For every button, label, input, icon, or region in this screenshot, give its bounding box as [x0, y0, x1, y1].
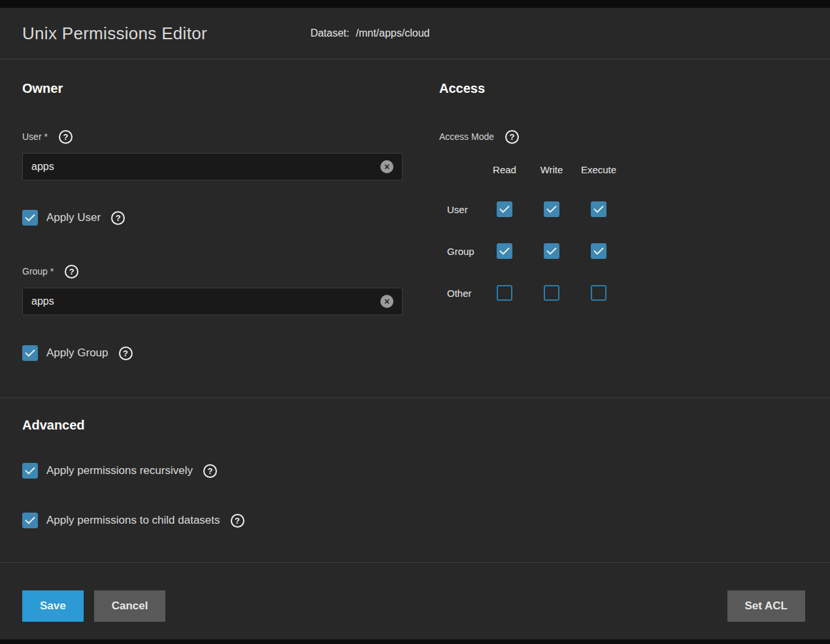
apply-user-help-icon[interactable]: ? — [111, 211, 125, 225]
checkbox-other-write[interactable] — [544, 285, 559, 301]
checkbox-user-execute[interactable] — [591, 201, 606, 217]
apply-group-checkbox[interactable] — [22, 345, 38, 361]
apply-child-datasets-help-icon[interactable]: ? — [231, 514, 244, 528]
group-input-wrap: × — [22, 288, 403, 315]
advanced-heading: Advanced — [22, 416, 808, 434]
apply-recursively-help-icon[interactable]: ? — [203, 464, 217, 478]
page-background-strip-top — [0, 0, 830, 8]
user-field-label: User * — [22, 131, 48, 142]
dialog-header: Unix Permissions Editor Dataset: /mnt/ap… — [0, 8, 830, 59]
group-help-icon[interactable]: ? — [65, 265, 78, 279]
access-heading: Access — [439, 79, 808, 97]
dataset-label: Dataset: — [310, 27, 350, 39]
cancel-button[interactable]: Cancel — [94, 590, 166, 622]
access-section: Access Access Mode ? Read Write Execute … — [439, 59, 808, 398]
access-row-other-label: Other — [439, 288, 481, 299]
page-title: Unix Permissions Editor — [22, 24, 207, 44]
apply-recursively-row: Apply permissions recursively ? — [22, 463, 808, 479]
dialog-body: Owner User * ? × Apply User ? Group * ? — [0, 59, 830, 398]
access-mode-label: Access Mode — [439, 131, 494, 142]
unix-permissions-editor-screen: Unix Permissions Editor Dataset: /mnt/ap… — [0, 0, 830, 644]
page-background-strip-bottom — [0, 639, 830, 644]
user-label-row: User * ? — [22, 129, 403, 144]
access-mode-help-icon[interactable]: ? — [505, 130, 519, 144]
apply-child-datasets-row: Apply permissions to child datasets ? — [22, 513, 808, 528]
apply-child-datasets-label: Apply permissions to child datasets — [46, 514, 220, 527]
unix-permissions-editor-dialog: Unix Permissions Editor Dataset: /mnt/ap… — [0, 8, 830, 639]
checkbox-other-read[interactable] — [497, 285, 512, 301]
checkbox-group-write[interactable] — [544, 243, 559, 259]
checkbox-other-execute[interactable] — [591, 285, 606, 301]
dataset-path: Dataset: /mnt/apps/cloud — [310, 27, 430, 39]
save-button[interactable]: Save — [22, 590, 84, 622]
apply-recursively-label: Apply permissions recursively — [46, 464, 193, 477]
access-col-execute: Execute — [575, 164, 622, 175]
user-help-icon[interactable]: ? — [59, 130, 73, 144]
dataset-value: /mnt/apps/cloud — [356, 27, 429, 39]
apply-group-row: Apply Group ? — [22, 345, 403, 361]
apply-child-datasets-checkbox[interactable] — [22, 513, 38, 528]
apply-group-help-icon[interactable]: ? — [119, 347, 133, 360]
advanced-section: Advanced Apply permissions recursively ?… — [0, 398, 830, 562]
checkbox-user-read[interactable] — [497, 201, 512, 217]
access-row-user-label: User — [439, 204, 481, 215]
group-clear-icon[interactable]: × — [380, 295, 393, 308]
user-input[interactable] — [22, 153, 403, 180]
dialog-footer: Save Cancel Set ACL — [0, 563, 830, 639]
checkbox-group-execute[interactable] — [591, 243, 606, 259]
owner-section: Owner User * ? × Apply User ? Group * ? — [22, 59, 403, 398]
apply-user-row: Apply User ? — [22, 210, 403, 226]
apply-recursively-checkbox[interactable] — [22, 463, 38, 479]
access-mode-grid: Read Write Execute User Group Other — [439, 164, 808, 301]
owner-heading: Owner — [22, 79, 403, 97]
apply-group-label: Apply Group — [46, 347, 108, 360]
group-input[interactable] — [22, 288, 403, 315]
access-col-write: Write — [528, 164, 575, 175]
access-mode-label-row: Access Mode ? — [439, 129, 808, 144]
user-clear-icon[interactable]: × — [380, 160, 393, 173]
apply-user-checkbox[interactable] — [22, 210, 38, 226]
access-col-read: Read — [481, 164, 528, 175]
set-acl-button[interactable]: Set ACL — [727, 590, 806, 622]
user-input-wrap: × — [22, 153, 403, 180]
group-field-label: Group * — [22, 266, 54, 277]
checkbox-group-read[interactable] — [497, 243, 512, 259]
checkbox-user-write[interactable] — [544, 201, 559, 217]
apply-user-label: Apply User — [46, 211, 101, 224]
access-row-group-label: Group — [439, 246, 481, 257]
group-label-row: Group * ? — [22, 263, 403, 279]
